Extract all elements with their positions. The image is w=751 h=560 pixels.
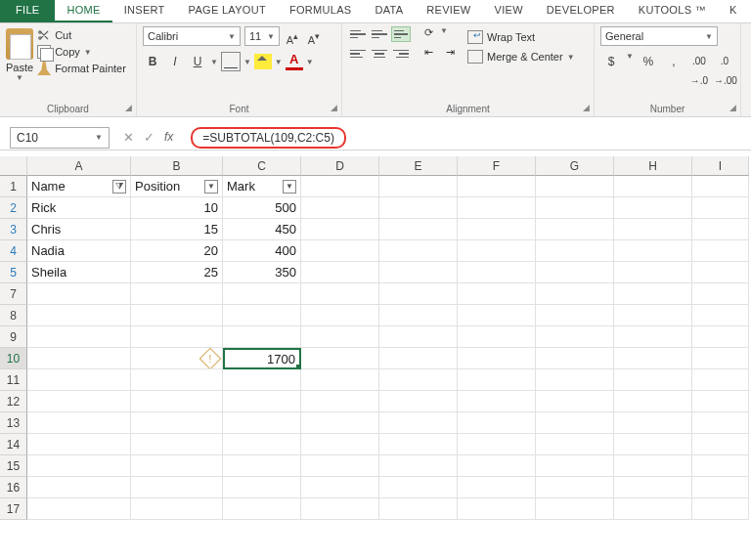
row-header[interactable]: 7 [0, 283, 27, 305]
cell[interactable] [379, 391, 458, 412]
cell[interactable] [536, 455, 614, 477]
font-name-select[interactable]: Calibri▼ [143, 26, 241, 46]
cell[interactable] [379, 434, 458, 455]
merge-center-button[interactable]: Merge & Center▼ [467, 50, 575, 64]
name-box[interactable]: C10▼ [10, 127, 110, 149]
col-header-a[interactable]: A [27, 156, 131, 176]
col-header-h[interactable]: H [614, 156, 692, 176]
bold-button[interactable]: B [143, 52, 162, 71]
cell[interactable] [27, 455, 131, 477]
cell[interactable] [379, 176, 458, 197]
cell[interactable] [458, 176, 536, 197]
cell[interactable] [301, 348, 379, 369]
cell[interactable] [692, 477, 749, 498]
col-header-f[interactable]: F [458, 156, 536, 176]
cell[interactable] [379, 305, 458, 326]
cell[interactable] [458, 283, 536, 305]
align-top-button[interactable] [348, 26, 368, 42]
col-header-d[interactable]: D [301, 156, 379, 176]
dialog-launcher-number[interactable]: ◢ [727, 103, 738, 114]
cell[interactable] [223, 305, 301, 326]
tab-review[interactable]: REVIEW [415, 0, 482, 22]
tab-insert[interactable]: INSERT [112, 0, 177, 22]
cell[interactable] [536, 305, 614, 326]
cell[interactable] [379, 197, 458, 219]
cell[interactable] [223, 434, 301, 455]
cell[interactable] [614, 326, 692, 348]
cell[interactable]: ! [131, 348, 223, 369]
cell[interactable] [458, 477, 536, 498]
formula-input[interactable]: =SUBTOTAL(109,C2:C5) [191, 127, 346, 149]
cell[interactable] [131, 283, 223, 305]
cell[interactable] [27, 391, 131, 412]
cell[interactable] [379, 477, 458, 498]
cell[interactable] [536, 498, 614, 520]
cell[interactable]: Mark [223, 176, 301, 197]
cell[interactable] [301, 326, 379, 348]
row-header[interactable]: 2 [0, 197, 27, 219]
cell[interactable] [301, 391, 379, 412]
cell[interactable] [614, 197, 692, 219]
row-header[interactable]: 10 [0, 348, 27, 369]
cell[interactable] [536, 391, 614, 412]
cell[interactable] [692, 455, 749, 477]
cell[interactable] [692, 391, 749, 412]
decrease-indent-button[interactable]: ⇤ [419, 46, 438, 62]
cell[interactable] [536, 240, 614, 262]
cell[interactable] [27, 326, 131, 348]
dialog-launcher-alignment[interactable]: ◢ [580, 103, 592, 114]
cell[interactable]: 450 [223, 219, 301, 240]
tab-k[interactable]: K [718, 0, 749, 22]
cell[interactable] [131, 369, 223, 391]
cell[interactable] [131, 412, 223, 434]
percent-format-button[interactable]: % [638, 52, 659, 71]
cell[interactable] [379, 240, 458, 262]
cell[interactable] [614, 176, 692, 197]
borders-button[interactable] [221, 52, 241, 71]
cell[interactable] [301, 434, 379, 455]
cell[interactable] [614, 391, 692, 412]
tab-view[interactable]: VIEW [483, 0, 535, 22]
chevron-down-icon[interactable]: ▼ [626, 52, 634, 71]
cell[interactable] [223, 477, 301, 498]
cell[interactable] [536, 283, 614, 305]
cell[interactable] [379, 455, 458, 477]
cell[interactable]: Name [27, 176, 131, 197]
cell[interactable] [692, 369, 749, 391]
cell[interactable] [692, 305, 749, 326]
align-bottom-button[interactable] [391, 26, 411, 42]
cell[interactable] [536, 369, 614, 391]
cell[interactable] [27, 369, 131, 391]
cell[interactable]: Position [131, 176, 223, 197]
cell[interactable] [223, 455, 301, 477]
cell[interactable] [301, 197, 379, 219]
align-center-button[interactable] [370, 46, 389, 62]
col-header-i[interactable]: I [692, 156, 749, 176]
row-header[interactable]: 1 [0, 176, 27, 197]
cell[interactable] [223, 391, 301, 412]
orientation-button[interactable]: ⟳ [419, 26, 438, 42]
tab-data[interactable]: DATA [363, 0, 415, 22]
cell[interactable] [27, 305, 131, 326]
format-painter-button[interactable]: Format Painter [37, 62, 126, 75]
cell[interactable] [458, 262, 536, 283]
cell[interactable] [536, 348, 614, 369]
paste-button[interactable]: Paste ▼ [6, 26, 33, 82]
cell[interactable] [458, 326, 536, 348]
cell[interactable] [301, 305, 379, 326]
cell[interactable] [301, 176, 379, 197]
tab-kutools[interactable]: KUTOOLS ™ [627, 0, 718, 22]
increase-indent-button[interactable]: ⇥ [440, 46, 460, 62]
cell[interactable] [223, 412, 301, 434]
cell[interactable] [301, 498, 379, 520]
row-header[interactable]: 3 [0, 219, 27, 240]
cell[interactable] [692, 434, 749, 455]
cell[interactable] [692, 219, 749, 240]
cell[interactable] [27, 412, 131, 434]
cell[interactable]: Sheila [27, 262, 131, 283]
row-header[interactable]: 8 [0, 305, 27, 326]
row-header[interactable]: 9 [0, 326, 27, 348]
cell[interactable] [458, 240, 536, 262]
cell[interactable] [692, 176, 749, 197]
cell[interactable] [27, 283, 131, 305]
